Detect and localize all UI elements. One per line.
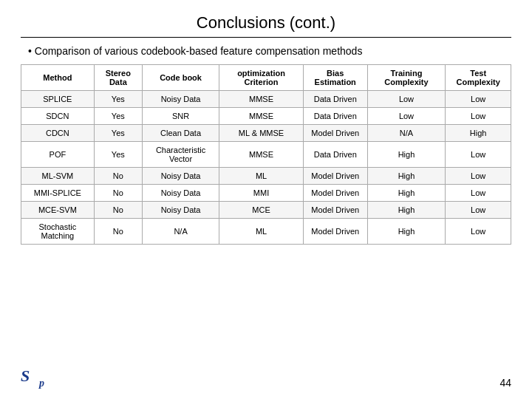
comparison-table: MethodStereo DataCode bookoptimization C… xyxy=(21,64,511,245)
table-cell-0-6: Low xyxy=(446,91,511,108)
table-row: SPLICEYesNoisy DataMMSEData DrivenLowLow xyxy=(21,91,511,108)
title-divider xyxy=(21,37,511,38)
table-row: ML-SVMNoNoisy DataMLModel DrivenHighLow xyxy=(21,168,511,185)
table-cell-7-6: Low xyxy=(446,219,511,245)
table-cell-1-4: Data Driven xyxy=(303,108,367,125)
table-cell-0-0: SPLICE xyxy=(21,91,95,108)
logo-s-letter: S xyxy=(21,368,30,384)
table-row: SDCNYesSNRMMSEData DrivenLowLow xyxy=(21,108,511,125)
table-row: CDCNYesClean DataML & MMSEModel DrivenN/… xyxy=(21,125,511,142)
table-cell-4-1: No xyxy=(94,168,142,185)
page-title: Conclusions (cont.) xyxy=(21,13,511,33)
table-cell-5-5: High xyxy=(367,185,446,202)
table-cell-0-3: MMSE xyxy=(219,91,304,108)
table-cell-7-2: N/A xyxy=(142,219,219,245)
table-cell-4-4: Model Driven xyxy=(303,168,367,185)
col-header-0: Method xyxy=(21,65,95,91)
table-cell-3-2: Characteristic Vector xyxy=(142,142,219,168)
table-cell-6-4: Model Driven xyxy=(303,202,367,219)
table-row: MCE-SVMNoNoisy DataMCEModel DrivenHighLo… xyxy=(21,202,511,219)
table-cell-4-5: High xyxy=(367,168,446,185)
table-cell-5-2: Noisy Data xyxy=(142,185,219,202)
col-header-3: optimization Criterion xyxy=(219,65,304,91)
table-cell-1-3: MMSE xyxy=(219,108,304,125)
table-cell-5-6: Low xyxy=(446,185,511,202)
table-cell-1-6: Low xyxy=(446,108,511,125)
page-number: 44 xyxy=(499,377,511,389)
table-cell-1-5: Low xyxy=(367,108,446,125)
table-cell-2-6: High xyxy=(446,125,511,142)
table-cell-3-4: Data Driven xyxy=(303,142,367,168)
table-cell-1-2: SNR xyxy=(142,108,219,125)
table-cell-4-0: ML-SVM xyxy=(21,168,95,185)
page: Conclusions (cont.) Comparison of variou… xyxy=(0,0,532,399)
table-cell-6-6: Low xyxy=(446,202,511,219)
table-cell-6-2: Noisy Data xyxy=(142,202,219,219)
table-cell-0-2: Noisy Data xyxy=(142,91,219,108)
table-header-row: MethodStereo DataCode bookoptimization C… xyxy=(21,65,511,91)
table-cell-2-4: Model Driven xyxy=(303,125,367,142)
table-cell-4-3: ML xyxy=(219,168,304,185)
table-cell-3-3: MMSE xyxy=(219,142,304,168)
table-cell-7-5: High xyxy=(367,219,446,245)
table-cell-5-4: Model Driven xyxy=(303,185,367,202)
table-cell-0-5: Low xyxy=(367,91,446,108)
table-cell-0-1: Yes xyxy=(94,91,142,108)
table-cell-3-5: High xyxy=(367,142,446,168)
table-row: POFYesCharacteristic VectorMMSEData Driv… xyxy=(21,142,511,168)
logo: S p xyxy=(21,368,44,389)
logo-box: S p xyxy=(21,368,44,389)
table-cell-5-1: No xyxy=(94,185,142,202)
bullet-text: Comparison of various codebook-based fea… xyxy=(21,45,511,57)
table-row: Stochastic MatchingNoN/AMLModel DrivenHi… xyxy=(21,219,511,245)
table-cell-5-0: MMI-SPLICE xyxy=(21,185,95,202)
table-wrapper: MethodStereo DataCode bookoptimization C… xyxy=(21,64,511,362)
table-cell-1-0: SDCN xyxy=(21,108,95,125)
col-header-4: Bias Estimation xyxy=(303,65,367,91)
col-header-5: Training Complexity xyxy=(367,65,446,91)
table-cell-1-1: Yes xyxy=(94,108,142,125)
table-cell-6-1: No xyxy=(94,202,142,219)
table-cell-5-3: MMI xyxy=(219,185,304,202)
table-cell-6-5: High xyxy=(367,202,446,219)
table-cell-6-0: MCE-SVM xyxy=(21,202,95,219)
table-cell-2-5: N/A xyxy=(367,125,446,142)
logo-p-letter: p xyxy=(39,378,44,389)
table-cell-2-0: CDCN xyxy=(21,125,95,142)
table-cell-2-3: ML & MMSE xyxy=(219,125,304,142)
table-cell-7-1: No xyxy=(94,219,142,245)
table-cell-4-6: Low xyxy=(446,168,511,185)
col-header-6: Test Complexity xyxy=(446,65,511,91)
table-cell-7-0: Stochastic Matching xyxy=(21,219,95,245)
table-cell-3-0: POF xyxy=(21,142,95,168)
table-cell-3-6: Low xyxy=(446,142,511,168)
footer: S p 44 xyxy=(21,368,511,389)
table-cell-7-3: ML xyxy=(219,219,304,245)
table-cell-6-3: MCE xyxy=(219,202,304,219)
col-header-2: Code book xyxy=(142,65,219,91)
table-cell-0-4: Data Driven xyxy=(303,91,367,108)
table-cell-2-2: Clean Data xyxy=(142,125,219,142)
col-header-1: Stereo Data xyxy=(94,65,142,91)
table-row: MMI-SPLICENoNoisy DataMMIModel DrivenHig… xyxy=(21,185,511,202)
table-cell-4-2: Noisy Data xyxy=(142,168,219,185)
table-cell-3-1: Yes xyxy=(94,142,142,168)
table-cell-2-1: Yes xyxy=(94,125,142,142)
table-cell-7-4: Model Driven xyxy=(303,219,367,245)
